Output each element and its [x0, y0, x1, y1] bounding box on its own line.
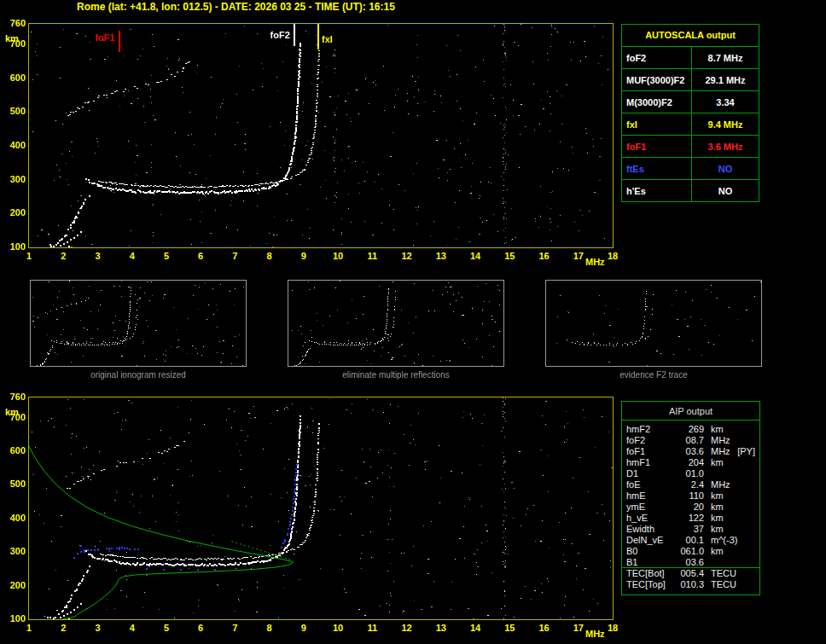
- y-tick-label: 500: [3, 479, 26, 489]
- aip-row-hmF2: hmF2269km: [622, 423, 759, 434]
- x-tick-label: 13: [433, 251, 450, 261]
- x-tick-label: 7: [226, 251, 243, 261]
- x-tick-label: 2: [55, 623, 72, 633]
- thumbnail-f2-trace-canvas: [546, 281, 761, 366]
- aip-param-unit: km: [704, 524, 724, 534]
- aip-param-label: B0: [622, 546, 673, 556]
- aip-param-label: ymE: [622, 502, 673, 512]
- ionogram-plot-top: [28, 23, 614, 248]
- autoscala-output-panel: AUTOSCALA output foF28.7 MHzMUF(3000)F22…: [621, 24, 759, 202]
- x-tick-label: 4: [124, 623, 141, 633]
- aip-param-unit: MHz: [704, 479, 730, 490]
- autoscala-param-value: 29.1 MHz: [692, 69, 759, 90]
- x-tick-label: 18: [604, 623, 621, 633]
- marker-label-fof1: foF1: [84, 32, 115, 43]
- x-tick-label: 12: [398, 623, 416, 633]
- x-tick-label: 3: [89, 623, 106, 633]
- aip-row-D1: D101.0: [622, 467, 759, 479]
- aip-param-value: 20: [673, 502, 704, 512]
- aip-param-unit: km: [704, 513, 724, 523]
- x-tick-label: 8: [261, 251, 278, 261]
- autoscala-param-label: foF2: [622, 47, 692, 68]
- x-tick-label: 11: [364, 623, 381, 633]
- x-tick-label: 10: [329, 623, 346, 633]
- y-tick-label: 600: [3, 445, 26, 455]
- thumbnail-original-caption: original ionogram resized: [30, 370, 247, 380]
- x-tick-label: 16: [536, 251, 553, 261]
- aip-row-Ewidth: Ewidth37km: [622, 523, 759, 534]
- aip-param-note: [PY]: [737, 446, 759, 456]
- autoscala-row-foF2: foF28.7 MHz: [622, 46, 759, 68]
- aip-row-foF2: foF208.7MHz: [622, 434, 759, 445]
- aip-param-unit: MHz: [704, 435, 730, 445]
- autoscala-param-label: MUF(3000)F2: [622, 69, 692, 90]
- autoscala-param-value: NO: [692, 180, 759, 201]
- x-tick-label: 1: [20, 251, 38, 261]
- aip-param-value: 37: [673, 524, 704, 534]
- autoscala-param-label: foF1: [622, 136, 692, 157]
- autoscala-param-label: M(3000)F2: [622, 91, 692, 113]
- x-tick-label: 7: [226, 623, 243, 633]
- x-tick-label: 2: [55, 251, 72, 261]
- x-tick-label: 11: [364, 251, 381, 261]
- aip-param-unit: km: [704, 502, 724, 512]
- y-tick-label: 600: [3, 73, 26, 83]
- x-axis-unit-top: MHz: [585, 257, 605, 267]
- thumbnail-f2-trace: [545, 280, 762, 367]
- aip-param-value: 204: [673, 457, 704, 467]
- x-tick-label: 6: [192, 251, 209, 261]
- aip-param-value: 122: [673, 513, 704, 523]
- y-tick-label: 400: [3, 513, 26, 523]
- x-tick-label: 14: [467, 251, 484, 261]
- x-tick-label: 1: [20, 623, 38, 633]
- autoscala-param-value: 3.34: [692, 91, 759, 113]
- x-tick-label: 6: [192, 623, 209, 633]
- x-tick-label: 5: [158, 623, 175, 633]
- aip-param-label: hmF2: [622, 424, 673, 434]
- autoscala-param-label: ftEs: [622, 158, 692, 179]
- aip-row-foF1: foF103.6MHz[PY]: [622, 445, 759, 456]
- y-tick-label: 300: [3, 174, 26, 184]
- thumbnail-no-multiples-caption: eliminate multiple reflections: [288, 370, 504, 380]
- autoscala-param-value: 9.4 MHz: [692, 113, 759, 135]
- x-tick-label: 8: [261, 623, 278, 633]
- aip-param-label: foF1: [622, 446, 673, 456]
- aip-param-value: 03.6: [673, 446, 704, 456]
- aip-param-unit: TECU: [704, 579, 736, 589]
- aip-param-label: DelN_vE: [622, 535, 673, 545]
- autoscala-param-value: 8.7 MHz: [692, 47, 759, 68]
- aip-param-value: 010.3: [673, 579, 704, 589]
- y-tick-label: 300: [3, 546, 26, 556]
- thumbnail-original: [30, 280, 247, 367]
- thumbnail-no-multiples: [288, 280, 504, 367]
- aip-param-value: 00.1: [673, 535, 704, 545]
- aip-row-TEC[Bot]: TEC[Bot]005.4TECU: [622, 567, 759, 578]
- aip-param-unit: MHz: [704, 446, 730, 456]
- y-tick-label: 760: [3, 18, 26, 28]
- autoscala-panel-title: AUTOSCALA output: [622, 25, 759, 46]
- aip-param-value: 01.0: [673, 468, 704, 479]
- thumbnail-no-multiples-canvas: [288, 281, 503, 366]
- aip-param-label: hmE: [622, 490, 673, 501]
- ionogram-plot-bottom: [28, 397, 614, 620]
- aip-param-value: 110: [673, 490, 704, 501]
- aip-param-value: 005.4: [673, 568, 704, 578]
- autoscala-window: Rome (lat: +41.8, lon: 012.5) - DATE: 20…: [0, 0, 826, 644]
- aip-row-B0: B0061.0km: [622, 545, 759, 556]
- aip-param-label: TEC[Bot]: [622, 568, 673, 578]
- aip-param-label: foE: [622, 479, 673, 490]
- x-tick-label: 15: [501, 251, 518, 261]
- aip-param-unit: km: [704, 546, 724, 556]
- aip-row-hmE: hmE110km: [622, 490, 759, 501]
- x-tick-label: 17: [570, 251, 587, 261]
- y-tick-label: 400: [3, 140, 26, 150]
- aip-row-B1: B103.6: [622, 556, 759, 567]
- window-title: Rome (lat: +41.8, lon: 012.5) - DATE: 20…: [77, 1, 395, 13]
- x-tick-label: 18: [604, 251, 621, 261]
- x-tick-label: 9: [295, 623, 312, 633]
- aip-param-unit: m^(-3): [704, 535, 737, 545]
- marker-label-fxi: fxI: [322, 34, 333, 44]
- aip-param-value: 061.0: [673, 546, 704, 556]
- x-tick-label: 4: [124, 251, 141, 261]
- aip-param-value: 08.7: [673, 435, 704, 445]
